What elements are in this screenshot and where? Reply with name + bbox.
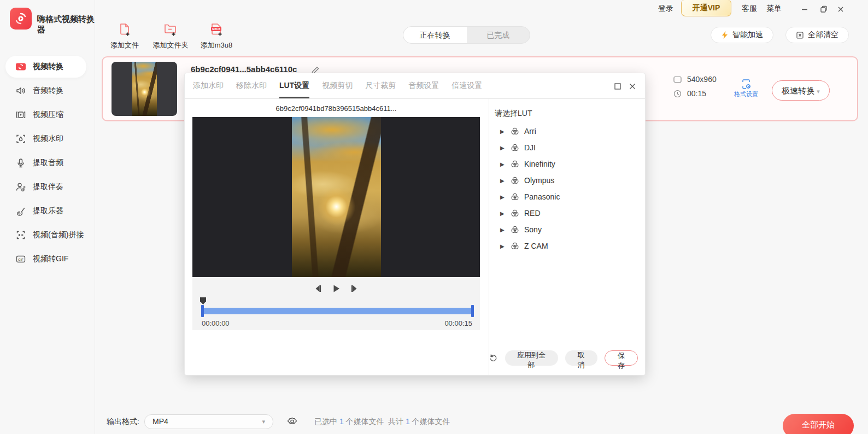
tab-video-cut[interactable]: 视频剪切 [322, 73, 353, 98]
lut-filter-icon [511, 192, 519, 201]
output-format-value: MP4 [153, 417, 168, 426]
lut-item-label: Sony [524, 225, 542, 234]
cancel-button[interactable]: 取消 [565, 350, 597, 366]
trim-start-handle[interactable] [201, 305, 204, 317]
reset-icon[interactable] [489, 354, 498, 362]
add-m3u8-button[interactable]: M3U8 添加m3u8 [193, 21, 239, 50]
expand-icon[interactable]: ▶ [500, 178, 506, 184]
output-format-label: 输出格式: [107, 417, 139, 427]
add-folder-label: 添加文件夹 [148, 40, 193, 50]
extract-instrument-icon [15, 206, 26, 216]
clear-all-button[interactable]: 全部清空 [785, 27, 849, 43]
add-file-button[interactable]: 添加文件 [102, 21, 148, 50]
save-button[interactable]: 保存 [605, 350, 638, 366]
lut-item-sony[interactable]: ▶Sony [500, 221, 637, 238]
expand-icon[interactable]: ▶ [500, 243, 506, 249]
expand-icon[interactable]: ▶ [500, 161, 506, 167]
sidebar-item-label: 视频压缩 [33, 110, 63, 120]
lut-panel-title: 请选择LUT [495, 109, 532, 119]
tab-audio-settings[interactable]: 音频设置 [408, 73, 439, 98]
lut-item-label: Arri [524, 127, 536, 136]
time-start: 00:00:00 [202, 319, 230, 327]
add-folder-icon [148, 21, 193, 37]
clock-icon [673, 90, 682, 98]
smart-accelerate-label: 智能加速 [732, 30, 763, 40]
start-all-button[interactable]: 全部开始 [783, 414, 854, 434]
lut-item-dji[interactable]: ▶DJI [500, 139, 637, 156]
lut-item-red[interactable]: ▶RED [500, 205, 637, 221]
menu-link[interactable]: 菜单 [766, 4, 782, 14]
sidebar-item-video-to-gif[interactable]: GIF 视频转GIF [5, 248, 86, 270]
lut-filter-icon [511, 143, 519, 152]
sidebar-item-label: 视频水印 [33, 134, 63, 144]
dialog-close-icon[interactable] [627, 81, 638, 92]
vip-button[interactable]: 开通VIP [681, 0, 731, 16]
login-link[interactable]: 登录 [658, 4, 673, 14]
lut-item-kinefinity[interactable]: ▶Kinefinity [500, 156, 637, 172]
lut-item-label: DJI [524, 143, 536, 152]
lut-item-arri[interactable]: ▶Arri [500, 123, 637, 139]
dialog-maximize-icon[interactable] [612, 81, 623, 92]
selected-count: 1 [339, 417, 344, 426]
expand-icon[interactable]: ▶ [500, 145, 506, 151]
video-preview [192, 117, 480, 277]
play-icon[interactable] [332, 284, 341, 293]
format-settings-label: 格式设置 [734, 90, 759, 98]
sidebar-item-video-splice[interactable]: 视频(音频)拼接 [5, 224, 86, 246]
lut-item-olympus[interactable]: ▶Olympus [500, 172, 637, 189]
output-format-select[interactable]: MP4 ▾ [144, 414, 273, 429]
lut-filter-icon [511, 225, 519, 234]
lut-item-zcam[interactable]: ▶Z CAM [500, 238, 637, 254]
video-convert-icon [15, 61, 26, 72]
lut-filter-icon [511, 127, 519, 136]
sidebar-item-video-convert[interactable]: 视频转换 [5, 56, 86, 78]
tab-speed-settings[interactable]: 倍速设置 [451, 73, 482, 98]
prev-frame-icon[interactable] [313, 284, 322, 293]
tab-converting[interactable]: 正在转换 [403, 27, 467, 43]
sidebar-item-label: 提取音频 [33, 158, 63, 168]
extract-accompaniment-icon [15, 181, 26, 192]
close-icon[interactable] [835, 3, 847, 15]
tab-completed[interactable]: 已完成 [467, 27, 530, 43]
resolution-value: 540x960 [687, 75, 717, 84]
expand-icon[interactable]: ▶ [500, 194, 506, 200]
tab-lut-settings[interactable]: LUT设置 [279, 73, 309, 98]
lut-filter-icon [511, 242, 519, 250]
sidebar-item-label: 视频转换 [33, 62, 63, 72]
lut-filter-icon [511, 160, 519, 168]
sidebar-item-label: 音频转换 [33, 86, 63, 96]
lut-item-panasonic[interactable]: ▶Panasonic [500, 189, 637, 205]
tab-remove-watermark[interactable]: 移除水印 [236, 73, 267, 98]
format-settings-button[interactable]: 格式设置 [734, 78, 759, 98]
output-settings-gear-icon[interactable] [287, 416, 297, 426]
tab-add-watermark[interactable]: 添加水印 [193, 73, 224, 98]
sidebar-item-video-watermark[interactable]: 视频水印 [5, 128, 86, 150]
audio-convert-icon [15, 85, 26, 96]
convert-mode-button[interactable]: 极速转换 ▾ [772, 80, 830, 101]
timeline-track[interactable] [202, 308, 473, 314]
tab-size-crop[interactable]: 尺寸裁剪 [365, 73, 396, 98]
m3u8-badge: M3U8 [212, 27, 220, 31]
sidebar-item-extract-audio[interactable]: 提取音频 [5, 152, 86, 174]
sidebar-item-extract-accompaniment[interactable]: 提取伴奏 [5, 176, 86, 198]
sidebar-item-audio-convert[interactable]: 音频转换 [5, 80, 86, 102]
expand-icon[interactable]: ▶ [500, 210, 506, 216]
sidebar-item-video-compress[interactable]: 视频压缩 [5, 104, 86, 126]
add-folder-button[interactable]: 添加文件夹 [148, 21, 193, 50]
expand-icon[interactable]: ▶ [500, 227, 506, 233]
support-link[interactable]: 客服 [742, 4, 757, 14]
maximize-icon[interactable] [818, 3, 830, 15]
sidebar-item-extract-instrument[interactable]: 提取乐器 [5, 200, 86, 222]
sidebar-item-label: 视频(音频)拼接 [33, 230, 84, 240]
lut-filter-icon [511, 209, 519, 218]
trim-end-handle[interactable] [471, 305, 474, 317]
next-frame-icon[interactable] [350, 284, 360, 293]
smart-accelerate-button[interactable]: 智能加速 [711, 27, 773, 43]
apply-all-button[interactable]: 应用到全部 [505, 350, 558, 366]
duration-value: 00:15 [687, 89, 706, 98]
duration-meta: 00:15 [673, 89, 706, 98]
minimize-icon[interactable] [799, 3, 811, 15]
expand-icon[interactable]: ▶ [500, 128, 506, 134]
add-file-label: 添加文件 [102, 40, 148, 50]
convert-mode-label: 极速转换 [782, 86, 814, 95]
